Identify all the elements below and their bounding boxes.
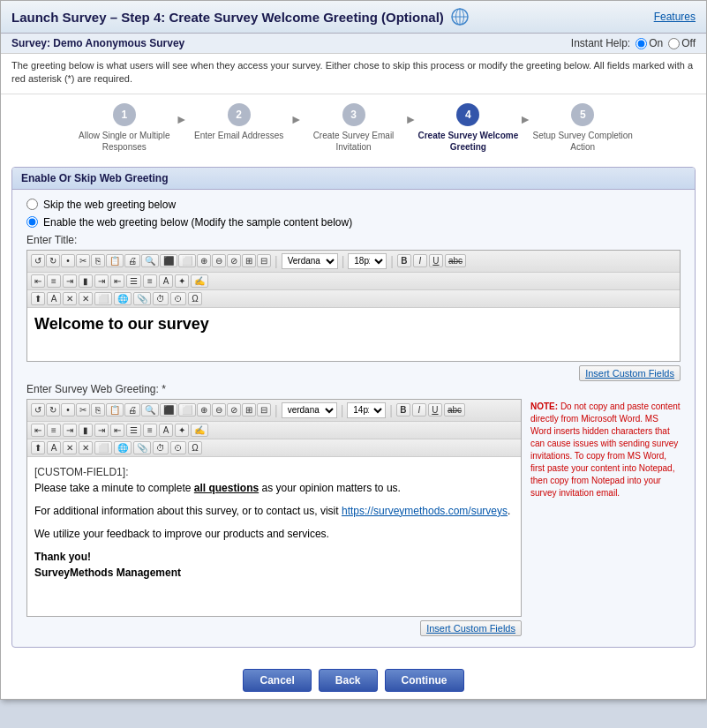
- g-tb3-1[interactable]: ⬆: [31, 441, 45, 454]
- tb3-4[interactable]: ✕: [79, 292, 93, 305]
- g-align-right-btn[interactable]: ⇥: [63, 424, 77, 437]
- align-justify-btn[interactable]: ▮: [79, 274, 93, 288]
- g-align-left-btn[interactable]: ⇤: [31, 424, 45, 437]
- italic-btn[interactable]: I: [413, 254, 427, 267]
- tb3-9[interactable]: ⏲: [170, 292, 186, 305]
- g-tb-10[interactable]: ⬜: [178, 403, 196, 417]
- skip-radio-row[interactable]: Skip the web greeting below: [26, 199, 681, 211]
- g-outdent-btn[interactable]: ⇤: [110, 424, 124, 437]
- g-tb-15[interactable]: ⊟: [257, 403, 271, 417]
- font-size-select[interactable]: 18px: [348, 253, 387, 269]
- g-tb-8[interactable]: 🔍: [141, 403, 159, 417]
- instant-help-on-radio[interactable]: [636, 38, 647, 49]
- g-tb3-2[interactable]: A: [47, 441, 61, 454]
- g-tb3-5[interactable]: ⬜: [94, 441, 112, 454]
- special-btn2[interactable]: ✍: [191, 274, 208, 288]
- g-tb-4[interactable]: ✂: [76, 403, 90, 417]
- tb-btn-5[interactable]: ⎘: [91, 254, 105, 267]
- font-family-select[interactable]: Verdana: [282, 253, 338, 269]
- tb3-7[interactable]: 📎: [133, 292, 151, 305]
- instant-help-off-radio[interactable]: [668, 38, 680, 49]
- g-special-btn1[interactable]: ✦: [175, 424, 189, 437]
- greeting-font-family-select[interactable]: verdana: [282, 402, 337, 418]
- g-align-justify-btn[interactable]: ▮: [79, 424, 93, 437]
- skip-greeting-radio[interactable]: [26, 199, 38, 210]
- continue-button[interactable]: Continue: [385, 669, 464, 692]
- tb-btn-10[interactable]: ⬜: [178, 254, 196, 267]
- tb3-10[interactable]: Ω: [188, 292, 202, 305]
- g-redo-btn[interactable]: ↻: [46, 403, 60, 417]
- g-tb3-4[interactable]: ✕: [79, 441, 93, 454]
- back-button[interactable]: Back: [319, 669, 378, 692]
- tb-btn-4[interactable]: ✂: [76, 254, 90, 267]
- cancel-button[interactable]: Cancel: [243, 669, 311, 692]
- g-tb-13[interactable]: ⊘: [227, 403, 241, 417]
- title-editor-content[interactable]: Welcome to our survey: [27, 308, 680, 361]
- g-tb-12[interactable]: ⊖: [212, 403, 226, 417]
- greeting-editor-content[interactable]: [CUSTOM-FIELD1]: Please take a minute to…: [27, 457, 521, 616]
- g-bold-btn[interactable]: B: [396, 403, 410, 417]
- tb-btn-12[interactable]: ⊖: [212, 254, 226, 267]
- g-tb3-8[interactable]: ⏱: [153, 441, 169, 454]
- g-tb-7[interactable]: 🖨: [124, 403, 140, 417]
- tb3-1[interactable]: ⬆: [31, 292, 45, 305]
- g-tb3-10[interactable]: Ω: [188, 441, 202, 454]
- g-italic-btn[interactable]: I: [412, 403, 426, 417]
- ol-btn[interactable]: ☰: [126, 274, 141, 288]
- instant-help-on-option[interactable]: On: [636, 37, 663, 49]
- g-ul-btn[interactable]: ≡: [143, 424, 157, 437]
- g-special-btn2[interactable]: ✍: [191, 424, 208, 437]
- g-tb-11[interactable]: ⊕: [197, 403, 211, 417]
- tb3-6[interactable]: 🌐: [114, 292, 132, 305]
- align-left-btn[interactable]: ⇤: [31, 274, 45, 288]
- tb-btn-3[interactable]: •: [61, 254, 75, 267]
- tb3-8[interactable]: ⏱: [153, 292, 169, 305]
- align-right-btn[interactable]: ⇥: [63, 274, 77, 288]
- greeting-font-size-select[interactable]: 14px: [347, 402, 386, 418]
- redo-btn[interactable]: ↻: [46, 254, 60, 267]
- tb3-5[interactable]: ⬜: [94, 292, 112, 305]
- outdent-btn[interactable]: ⇤: [110, 274, 124, 288]
- g-tb3-3[interactable]: ✕: [63, 441, 77, 454]
- g-underline-btn[interactable]: U: [428, 403, 442, 417]
- g-tb-6[interactable]: 📋: [106, 403, 124, 417]
- g-strikethrough-btn[interactable]: abc: [444, 403, 465, 417]
- enable-greeting-label[interactable]: Enable the web greeting below (Modify th…: [43, 216, 352, 229]
- g-tb-14[interactable]: ⊞: [242, 403, 256, 417]
- indent-btn[interactable]: ⇥: [94, 274, 109, 288]
- g-tb-9[interactable]: ⬛: [160, 403, 177, 417]
- tb-btn-13[interactable]: ⊘: [227, 254, 241, 267]
- align-center-btn[interactable]: ≡: [47, 274, 61, 288]
- g-indent-btn[interactable]: ⇥: [94, 424, 109, 437]
- tb-btn-15[interactable]: ⊟: [257, 254, 271, 267]
- skip-greeting-label[interactable]: Skip the web greeting below: [43, 199, 176, 211]
- instant-help-off-option[interactable]: Off: [668, 37, 696, 49]
- tb-btn-6[interactable]: 📋: [106, 254, 124, 267]
- tb-btn-8[interactable]: 🔍: [141, 254, 159, 267]
- features-link[interactable]: Features: [654, 11, 696, 23]
- special-btn1[interactable]: ✦: [175, 274, 189, 288]
- g-tb3-7[interactable]: 📎: [133, 441, 151, 454]
- tb-btn-9[interactable]: ⬛: [160, 254, 177, 267]
- insert-custom-fields-btn-title[interactable]: Insert Custom Fields: [579, 365, 681, 381]
- g-ol-btn[interactable]: ☰: [126, 424, 141, 437]
- g-tb-3[interactable]: •: [61, 403, 75, 417]
- tb-btn-11[interactable]: ⊕: [197, 254, 211, 267]
- g-tb3-9[interactable]: ⏲: [170, 441, 186, 454]
- tb-btn-14[interactable]: ⊞: [242, 254, 256, 267]
- g-align-center-btn[interactable]: ≡: [47, 424, 61, 437]
- enable-radio-row[interactable]: Enable the web greeting below (Modify th…: [26, 216, 681, 229]
- survey-link[interactable]: https://surveymethods.com/surveys: [342, 505, 508, 517]
- tb3-3[interactable]: ✕: [63, 292, 77, 305]
- tb-btn-7[interactable]: 🖨: [124, 254, 140, 267]
- g-font-color-btn[interactable]: A: [159, 424, 173, 437]
- g-tb-5[interactable]: ⎘: [91, 403, 105, 417]
- strikethrough-btn[interactable]: abc: [445, 254, 466, 267]
- underline-btn[interactable]: U: [429, 254, 443, 267]
- bold-btn[interactable]: B: [397, 254, 411, 267]
- ul-btn[interactable]: ≡: [143, 274, 157, 288]
- undo-btn[interactable]: ↺: [31, 254, 45, 267]
- font-color-btn[interactable]: A: [159, 274, 173, 288]
- insert-custom-fields-btn-greeting[interactable]: Insert Custom Fields: [420, 620, 522, 636]
- tb3-2[interactable]: A: [47, 292, 61, 305]
